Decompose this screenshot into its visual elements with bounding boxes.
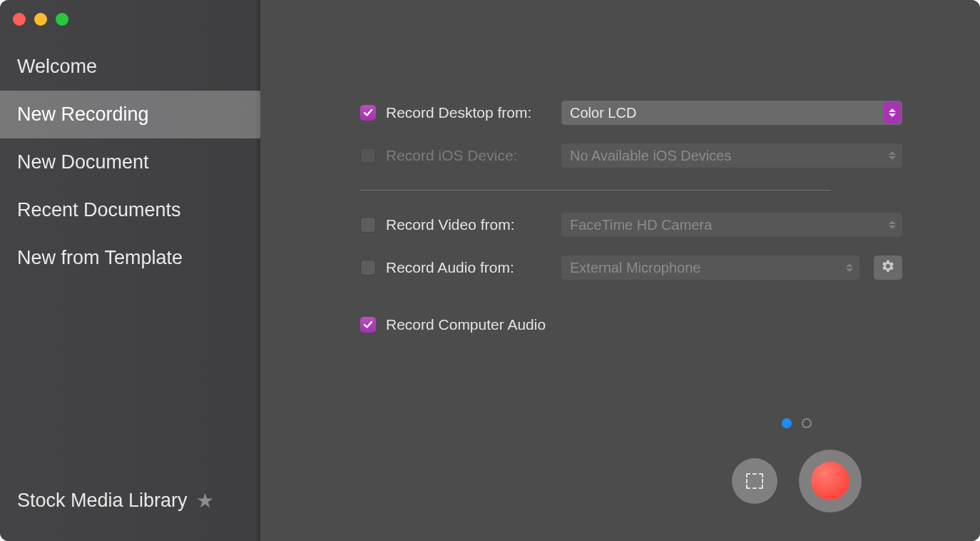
chevron-up-down-icon bbox=[841, 257, 858, 278]
page-dot-1[interactable] bbox=[782, 418, 792, 428]
stock-media-label: Stock Media Library bbox=[17, 490, 188, 512]
zoom-window-button[interactable] bbox=[56, 13, 68, 26]
label-record-computer-audio: Record Computer Audio bbox=[386, 316, 546, 333]
page-dot-2[interactable] bbox=[802, 418, 812, 428]
page-indicator bbox=[782, 418, 812, 428]
minimize-window-button[interactable] bbox=[34, 13, 47, 26]
checkbox-record-audio[interactable] bbox=[360, 260, 376, 275]
label-record-video: Record Video from: bbox=[386, 216, 561, 233]
crop-icon bbox=[746, 473, 763, 489]
sidebar-item-new-recording[interactable]: New Recording bbox=[0, 91, 260, 138]
checkbox-record-computer-audio[interactable] bbox=[360, 317, 376, 333]
recording-options-form: Record Desktop from: Color LCD Record iO… bbox=[360, 93, 902, 345]
checkbox-record-ios bbox=[360, 148, 376, 163]
crop-region-button[interactable] bbox=[732, 458, 777, 504]
label-record-audio: Record Audio from: bbox=[386, 259, 561, 276]
window-controls bbox=[0, 6, 260, 43]
sidebar-item-recent-documents[interactable]: Recent Documents bbox=[0, 186, 260, 234]
select-video-source-value: FaceTime HD Camera bbox=[570, 217, 712, 233]
record-button[interactable] bbox=[799, 450, 862, 512]
select-ios-device: No Available iOS Devices bbox=[561, 143, 902, 168]
footer-controls bbox=[521, 418, 980, 512]
select-ios-device-value: No Available iOS Devices bbox=[570, 148, 731, 164]
sidebar-item-stock-media[interactable]: Stock Media Library ★ bbox=[0, 473, 260, 541]
row-record-desktop: Record Desktop from: Color LCD bbox=[360, 93, 902, 133]
record-icon bbox=[811, 462, 849, 500]
row-record-video: Record Video from: FaceTime HD Camera bbox=[360, 205, 902, 245]
star-icon: ★ bbox=[196, 489, 214, 512]
select-audio-source[interactable]: External Microphone bbox=[561, 256, 859, 280]
select-audio-source-value: External Microphone bbox=[570, 260, 700, 276]
sidebar-item-new-from-template[interactable]: New from Template bbox=[0, 234, 260, 282]
sidebar-nav: Welcome New Recording New Document Recen… bbox=[0, 43, 260, 282]
checkbox-record-video[interactable] bbox=[360, 217, 376, 233]
close-window-button[interactable] bbox=[13, 13, 26, 26]
sidebar-item-welcome[interactable]: Welcome bbox=[0, 43, 260, 91]
checkbox-record-desktop[interactable] bbox=[360, 105, 376, 121]
audio-settings-button[interactable] bbox=[874, 256, 902, 280]
gear-icon bbox=[881, 259, 895, 277]
select-desktop-source[interactable]: Color LCD bbox=[561, 101, 902, 125]
app-window: Welcome New Recording New Document Recen… bbox=[0, 0, 980, 541]
row-record-computer-audio: Record Computer Audio bbox=[360, 305, 902, 345]
row-record-audio: Record Audio from: External Microphone bbox=[360, 248, 902, 288]
sidebar-item-new-document[interactable]: New Document bbox=[0, 138, 260, 186]
chevron-up-down-icon bbox=[884, 214, 901, 236]
label-record-desktop: Record Desktop from: bbox=[386, 104, 561, 121]
main-panel: Record Desktop from: Color LCD Record iO… bbox=[260, 0, 980, 541]
sidebar: Welcome New Recording New Document Recen… bbox=[0, 0, 260, 541]
chevron-up-down-icon bbox=[884, 102, 901, 123]
select-desktop-source-value: Color LCD bbox=[570, 105, 636, 121]
section-divider bbox=[360, 190, 831, 191]
row-record-ios: Record iOS Device: No Available iOS Devi… bbox=[360, 136, 902, 176]
label-record-ios: Record iOS Device: bbox=[386, 147, 561, 164]
select-video-source[interactable]: FaceTime HD Camera bbox=[561, 213, 902, 237]
chevron-up-down-icon bbox=[884, 145, 901, 166]
